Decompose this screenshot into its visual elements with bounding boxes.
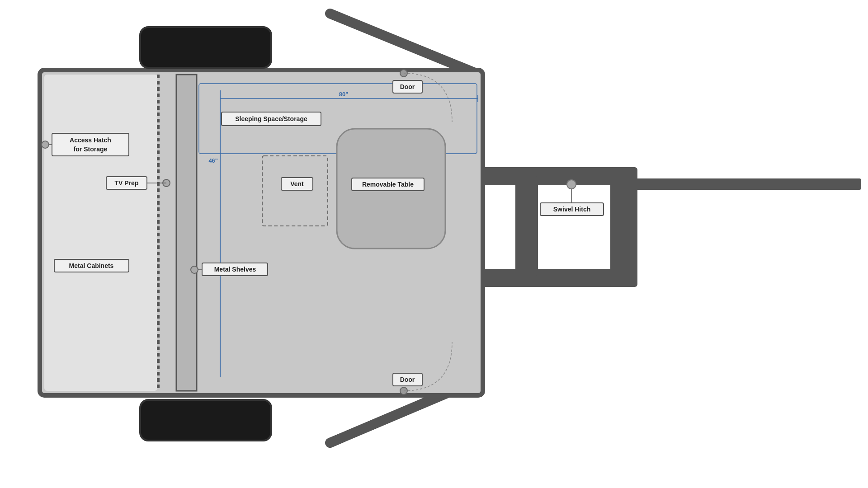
door-bottom-label: Door xyxy=(400,376,415,383)
access-hatch-label-line2: for Storage xyxy=(74,145,108,153)
metal-shelves-label: Metal Shelves xyxy=(214,266,256,273)
swivel-hitch-label: Swivel Hitch xyxy=(553,206,590,213)
access-hatch-label-line1: Access Hatch xyxy=(70,136,111,144)
top-strut xyxy=(330,14,479,75)
top-bumper xyxy=(140,27,271,68)
hitch-box xyxy=(610,167,637,287)
partition xyxy=(176,75,197,391)
metal-cabinets-label: Metal Cabinets xyxy=(69,262,114,269)
sleeping-space-label: Sleeping Space/Storage xyxy=(235,115,307,122)
dim-80-label: 80" xyxy=(339,91,349,98)
floor-plan-diagram: 80" 46" Door Door Sleeping Space/Storage… xyxy=(0,0,868,488)
bottom-bumper xyxy=(140,400,271,441)
vent-label: Vent xyxy=(290,180,304,188)
removable-table-label: Removable Table xyxy=(362,181,414,188)
cabinet-section xyxy=(44,75,157,391)
metal-shelves-dot xyxy=(191,266,198,273)
access-hatch-dot xyxy=(42,141,49,148)
dim-46-label: 46" xyxy=(208,157,218,164)
hitch-connector xyxy=(515,176,538,276)
hitch-bar xyxy=(635,178,861,190)
door-top-label: Door xyxy=(400,83,415,90)
hitch-arm-bottom xyxy=(481,269,622,287)
tv-prep-label: TV Prep xyxy=(115,179,139,187)
swivel-hitch-dot xyxy=(567,180,576,189)
hitch-arm-top xyxy=(481,167,622,185)
